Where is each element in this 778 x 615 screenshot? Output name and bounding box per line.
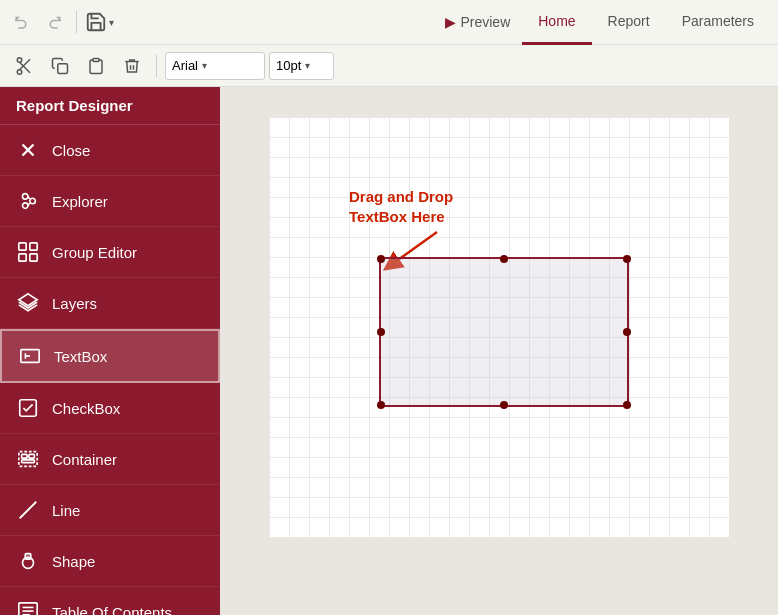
- canvas-area: Drag and Drop TextBox Here: [220, 87, 778, 615]
- checkbox-icon: [16, 396, 40, 420]
- save-icon: [85, 11, 107, 33]
- layers-icon: [16, 291, 40, 315]
- delete-icon: [123, 57, 141, 75]
- sidebar-item-line[interactable]: Line: [0, 485, 220, 536]
- container-icon: [16, 447, 40, 471]
- sidebar-shape-label: Shape: [52, 553, 95, 570]
- tab-report[interactable]: Report: [592, 0, 666, 45]
- redo-icon: [45, 13, 63, 31]
- drag-drop-label: Drag and Drop TextBox Here: [349, 187, 453, 226]
- sidebar-toc-label: Table Of Contents: [52, 604, 172, 616]
- preview-label: Preview: [460, 14, 510, 30]
- save-button[interactable]: ▾: [85, 11, 114, 33]
- cut-button[interactable]: [8, 51, 40, 81]
- svg-point-1: [17, 57, 22, 62]
- svg-line-13: [28, 203, 30, 206]
- svg-rect-30: [19, 603, 37, 615]
- sidebar-item-checkbox[interactable]: CheckBox: [0, 383, 220, 434]
- font-value: Arial: [172, 58, 198, 73]
- svg-point-9: [23, 194, 29, 200]
- svg-rect-14: [19, 243, 26, 250]
- svg-line-27: [20, 502, 37, 519]
- delete-button[interactable]: [116, 51, 148, 81]
- svg-rect-16: [19, 254, 26, 261]
- handle-bot-mid[interactable]: [500, 401, 508, 409]
- preview-button[interactable]: ▶ Preview: [433, 0, 522, 45]
- sidebar-item-layers[interactable]: Layers: [0, 278, 220, 329]
- shape-icon: [16, 549, 40, 573]
- sidebar-checkbox-label: CheckBox: [52, 400, 120, 417]
- svg-point-10: [23, 203, 29, 209]
- sidebar-title: Report Designer: [0, 87, 220, 125]
- handle-top-mid[interactable]: [500, 255, 508, 263]
- sidebar-container-label: Container: [52, 451, 117, 468]
- svg-line-12: [28, 196, 30, 199]
- sidebar-item-shape[interactable]: Shape: [0, 536, 220, 587]
- handle-mid-right[interactable]: [623, 328, 631, 336]
- play-icon: ▶: [445, 14, 456, 30]
- design-canvas[interactable]: Drag and Drop TextBox Here: [269, 117, 729, 537]
- textbox-icon: [18, 344, 42, 368]
- sidebar-group-editor-label: Group Editor: [52, 244, 137, 261]
- sidebar-item-toc[interactable]: Table Of Contents: [0, 587, 220, 615]
- handle-bot-right[interactable]: [623, 401, 631, 409]
- separator: [76, 11, 77, 33]
- sidebar-line-label: Line: [52, 502, 80, 519]
- handle-top-left[interactable]: [377, 255, 385, 263]
- svg-point-0: [17, 69, 22, 74]
- line-icon: [16, 498, 40, 522]
- fontsize-value: 10pt: [276, 58, 301, 73]
- explorer-icon: [16, 189, 40, 213]
- handle-mid-left[interactable]: [377, 328, 385, 336]
- toc-icon: [16, 600, 40, 615]
- handle-top-right[interactable]: [623, 255, 631, 263]
- svg-rect-15: [30, 243, 37, 250]
- sidebar-item-close[interactable]: Close: [0, 125, 220, 176]
- sidebar-explorer-label: Explorer: [52, 193, 108, 210]
- group-editor-icon: [16, 240, 40, 264]
- textbox-widget[interactable]: [379, 257, 629, 407]
- format-toolbar: Arial ▾ 10pt ▾: [0, 45, 778, 87]
- fontsize-selector[interactable]: 10pt ▾: [269, 52, 334, 80]
- copy-icon: [51, 57, 69, 75]
- svg-rect-24: [22, 454, 27, 458]
- undo-icon: [13, 13, 31, 31]
- save-dropdown-arrow[interactable]: ▾: [109, 17, 114, 28]
- nav-tabs: ▶ Preview Home Report Parameters: [433, 0, 770, 45]
- paste-button[interactable]: [80, 51, 112, 81]
- main-content: Report Designer Close Explorer: [0, 87, 778, 615]
- undo-button[interactable]: [8, 8, 36, 36]
- redo-button[interactable]: [40, 8, 68, 36]
- sidebar-textbox-label: TextBox: [54, 348, 107, 365]
- paste-icon: [87, 57, 105, 75]
- svg-rect-5: [58, 63, 68, 73]
- tab-home[interactable]: Home: [522, 0, 591, 45]
- svg-rect-26: [22, 460, 35, 463]
- font-selector[interactable]: Arial ▾: [165, 52, 265, 80]
- top-toolbar: ▾ ▶ Preview Home Report Parameters: [0, 0, 778, 45]
- tab-parameters[interactable]: Parameters: [666, 0, 770, 45]
- svg-line-4: [26, 68, 31, 73]
- svg-rect-29: [25, 554, 31, 560]
- svg-rect-17: [30, 254, 37, 261]
- fontsize-dropdown-arrow: ▾: [305, 60, 310, 71]
- font-dropdown-arrow: ▾: [202, 60, 207, 71]
- sidebar-item-explorer[interactable]: Explorer: [0, 176, 220, 227]
- sidebar-layers-label: Layers: [52, 295, 97, 312]
- close-icon: [16, 138, 40, 162]
- svg-point-11: [30, 198, 36, 204]
- cut-icon: [15, 57, 33, 75]
- sidebar-item-container[interactable]: Container: [0, 434, 220, 485]
- copy-button[interactable]: [44, 51, 76, 81]
- svg-rect-25: [29, 454, 34, 458]
- separator-2: [156, 55, 157, 77]
- sidebar-item-group-editor[interactable]: Group Editor: [0, 227, 220, 278]
- handle-bot-left[interactable]: [377, 401, 385, 409]
- sidebar-item-textbox[interactable]: TextBox: [0, 329, 220, 383]
- toolbar-left: ▾: [8, 8, 114, 36]
- sidebar: Report Designer Close Explorer: [0, 87, 220, 615]
- sidebar-close-label: Close: [52, 142, 90, 159]
- svg-rect-6: [93, 58, 99, 61]
